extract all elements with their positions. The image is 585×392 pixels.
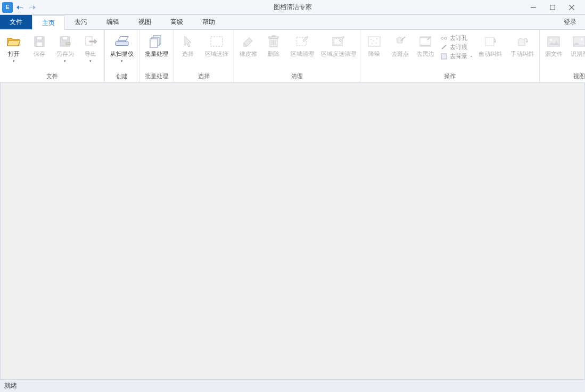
debg-icon (440, 53, 448, 60)
image-icon (546, 34, 561, 49)
close-button[interactable] (566, 2, 578, 13)
status-bar: 就绪 (0, 379, 585, 392)
maximize-button[interactable] (547, 2, 558, 13)
svg-rect-25 (368, 37, 380, 46)
debg-label: 去背景 (450, 52, 467, 60)
title-bar: E 图档清洁专家 (0, 0, 585, 15)
export-icon (83, 34, 98, 49)
ribbon-group-view: 源文件 识别图 结果图 视图 (540, 30, 585, 82)
despot-icon (392, 34, 407, 49)
destaple-icon (440, 44, 448, 51)
ribbon-tabs: 文件 主页 去污 编辑 视图 高级 帮助 登录 (0, 15, 585, 30)
export-button[interactable]: 导出 ▾ (79, 33, 102, 63)
delete-label: 删除 (268, 50, 279, 57)
tab-help[interactable]: 帮助 (193, 15, 225, 29)
svg-rect-36 (441, 54, 447, 59)
scanner-icon (114, 34, 129, 49)
area-select-icon (209, 34, 224, 49)
area-select-label: 区域选择 (205, 50, 228, 57)
area-select-button[interactable]: 区域选择 (202, 33, 232, 57)
undo-button[interactable] (14, 2, 26, 13)
ribbon-group-batch: 批量处理 批量处理 (139, 30, 174, 82)
scanner-button[interactable]: 从扫描仪 ▾ (107, 33, 137, 63)
area-invclean-button[interactable]: 区域反选清理 (319, 33, 358, 57)
window-title: 图档清洁专家 (274, 3, 312, 12)
status-text: 就绪 (4, 381, 17, 390)
svg-rect-18 (272, 36, 275, 37)
group-label-operate: 操作 (362, 70, 537, 82)
eraser-button[interactable]: 橡皮擦 (236, 33, 260, 57)
delete-button[interactable]: 删除 (262, 33, 285, 57)
eraser-icon (241, 34, 256, 49)
dropdown-icon: ▾ (64, 60, 66, 63)
tab-edit[interactable]: 编辑 (97, 15, 129, 29)
scanner-label: 从扫描仪 (110, 50, 134, 57)
saveas-button[interactable]: 另存为 ▾ (53, 33, 77, 63)
tab-advanced[interactable]: 高级 (161, 15, 193, 29)
save-icon (32, 34, 47, 49)
debg-button[interactable]: 去背景 ▾ (439, 52, 473, 60)
batch-button[interactable]: 批量处理 (142, 33, 171, 57)
auto-deskew-button[interactable]: 自动纠斜 (475, 33, 505, 57)
save-button[interactable]: 保存 (28, 33, 51, 57)
batch-label: 批量处理 (145, 50, 168, 57)
ribbon-group-create: 从扫描仪 ▾ 创建 (105, 30, 139, 82)
svg-rect-37 (485, 37, 494, 46)
group-label-view: 视图 (542, 70, 585, 82)
recog-image-label: 识别图 (571, 50, 586, 57)
saveas-icon (57, 34, 72, 49)
dropdown-icon: ▾ (471, 54, 472, 58)
redo-button[interactable] (27, 2, 38, 13)
ribbon-group-select: 选择 区域选择 选择 (174, 30, 234, 82)
image-recog-icon (572, 34, 585, 49)
svg-rect-8 (62, 37, 68, 40)
depunch-icon (440, 35, 448, 42)
depunch-label: 去订孔 (450, 34, 467, 42)
tab-home[interactable]: 主页 (32, 15, 65, 30)
tab-file[interactable]: 文件 (0, 15, 32, 29)
despot-button[interactable]: 去斑点 (388, 33, 411, 57)
tab-destain[interactable]: 去污 (65, 15, 97, 29)
denoise-label: 降噪 (368, 50, 380, 57)
group-label-create: 创建 (107, 70, 137, 82)
svg-point-30 (376, 43, 377, 44)
svg-point-41 (581, 38, 583, 40)
tab-view[interactable]: 视图 (129, 15, 161, 29)
svg-rect-5 (37, 37, 42, 40)
select-button[interactable]: 选择 (176, 33, 200, 57)
open-button[interactable]: 打开 ▾ (2, 33, 26, 63)
svg-rect-15 (211, 37, 223, 46)
document-canvas (0, 83, 585, 379)
depunch-button[interactable]: 去订孔 (439, 34, 473, 42)
auto-deskew-icon (483, 34, 498, 49)
dropdown-icon: ▾ (89, 60, 92, 63)
recog-image-button[interactable]: 识别图 (567, 33, 585, 57)
source-image-button[interactable]: 源文件 (542, 33, 565, 57)
deblack-button[interactable]: 去黑边 (414, 33, 437, 57)
trash-icon (266, 34, 281, 49)
export-label: 导出 (85, 50, 96, 57)
group-label-file: 文件 (2, 70, 102, 82)
login-button[interactable]: 登录 (555, 15, 585, 29)
denoise-button[interactable]: 降噪 (362, 33, 386, 57)
dropdown-icon: ▾ (13, 60, 15, 63)
saveas-label: 另存为 (56, 50, 74, 57)
pointer-icon (180, 34, 195, 49)
manual-deskew-label: 手动纠斜 (510, 50, 534, 57)
area-clean-label: 区域清理 (291, 50, 314, 57)
minimize-button[interactable] (528, 2, 539, 13)
area-clean-button[interactable]: 区域清理 (287, 33, 317, 57)
ribbon-group-clean: 橡皮擦 删除 区域清理 区域反选清理 清理 (234, 30, 360, 82)
auto-deskew-label: 自动纠斜 (479, 50, 502, 57)
destaple-button[interactable]: 去订痕 (439, 43, 473, 51)
ribbon-group-file: 打开 ▾ 保存 另存为 ▾ 导出 ▾ (0, 30, 105, 82)
save-label: 保存 (34, 50, 45, 57)
batch-icon (149, 34, 164, 49)
manual-deskew-button[interactable]: 手动纠斜 (507, 33, 537, 57)
area-invclean-label: 区域反选清理 (321, 50, 356, 57)
open-label: 打开 (8, 50, 20, 57)
destaple-label: 去订痕 (450, 43, 467, 51)
svg-point-34 (441, 37, 443, 39)
area-clean-icon (295, 34, 310, 49)
group-label-select: 选择 (176, 70, 232, 82)
